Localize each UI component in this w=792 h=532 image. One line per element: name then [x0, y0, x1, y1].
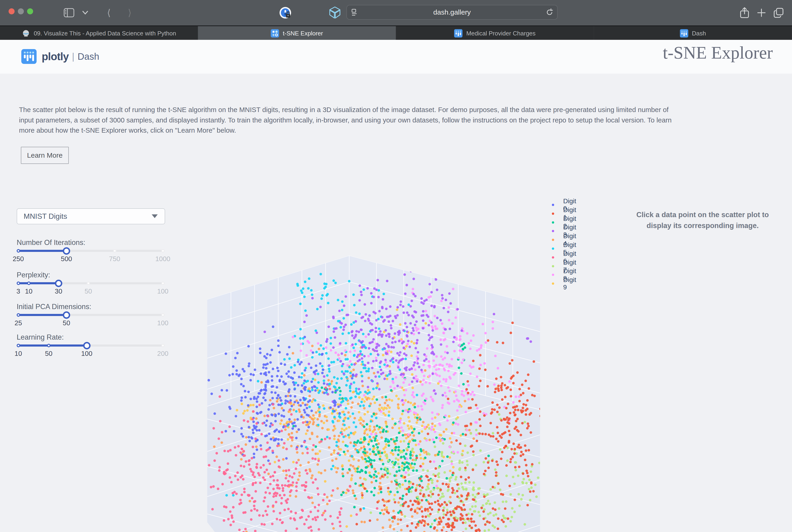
- slider-mark-labels: 1050100200: [18, 350, 163, 359]
- logo-divider: |: [72, 51, 74, 62]
- slider-label: Learning Rate:: [17, 333, 166, 341]
- tab-strip: 09. Visualize This - Applied Data Scienc…: [0, 25, 792, 40]
- slider-mark-label: 10: [15, 350, 22, 358]
- tab-title: Dash: [692, 30, 706, 37]
- slider-mark-dot: [17, 282, 20, 285]
- legend-color-dot: [552, 204, 554, 206]
- slider-mark-label: 100: [157, 319, 168, 327]
- plotly-favicon-icon: [454, 29, 463, 38]
- slider-label: Number Of Iterations:: [17, 239, 166, 247]
- plotly-wordmark: plotly: [42, 50, 69, 63]
- legend-color-dot: [552, 274, 554, 276]
- slider-mark-dot: [47, 344, 51, 347]
- slider-group-3: Initial PCA Dimensions:2550100: [17, 303, 166, 333]
- extensions-cube-icon[interactable]: [326, 0, 343, 25]
- slider-fill: [18, 314, 67, 316]
- slider-rail[interactable]: [18, 344, 163, 346]
- tab-title: 09. Visualize This - Applied Data Scienc…: [34, 30, 176, 37]
- reload-icon[interactable]: [546, 8, 553, 17]
- legend-color-dot: [552, 282, 554, 285]
- slider-rail[interactable]: [18, 250, 163, 252]
- slider-handle[interactable]: [63, 247, 70, 255]
- legend-color-dot: [552, 212, 554, 215]
- slider-mark-label: 50: [63, 319, 70, 327]
- slider-group-2: Perplexity:3103050100: [17, 271, 166, 301]
- slider-mark-dot: [17, 344, 20, 347]
- slider-group-1: Number Of Iterations:2505007501000: [17, 239, 166, 269]
- slider-mark-dot: [161, 344, 165, 347]
- slider-mark-dot: [161, 249, 165, 252]
- page-title: t-SNE Explorer: [663, 43, 773, 63]
- browser-tab-4[interactable]: Dash: [594, 26, 792, 40]
- forward-button[interactable]: ⟩: [123, 0, 137, 25]
- slider-fill: [18, 282, 59, 284]
- slider-mark-label: 250: [13, 255, 24, 263]
- address-bar[interactable]: dash.gallery: [346, 5, 558, 20]
- minimize-window-button[interactable]: [18, 8, 24, 14]
- onepassword-extension-icon[interactable]: [277, 0, 294, 25]
- tab-overview-icon[interactable]: [771, 0, 786, 25]
- slider-mark-label: 50: [45, 350, 52, 358]
- slider-mark-label: 100: [81, 350, 92, 358]
- back-button[interactable]: ⟨: [102, 0, 116, 25]
- slider-group-4: Learning Rate:1050100200: [17, 333, 166, 363]
- tab-title: Medical Provider Charges: [466, 30, 535, 37]
- legend-color-dot: [552, 221, 554, 224]
- slider-fill: [18, 344, 87, 346]
- share-icon[interactable]: [737, 0, 752, 25]
- browser-tab-2[interactable]: t-SNE Explorer: [198, 26, 396, 40]
- browser-toolbar: ⟨ ⟩: [0, 0, 792, 25]
- plotly-logo-icon: [21, 49, 37, 64]
- slider-label: Perplexity:: [17, 271, 166, 279]
- slider-fill: [18, 250, 67, 252]
- slider-rail[interactable]: [18, 282, 163, 284]
- plotly-favicon-icon: [680, 29, 688, 38]
- legend-color-dot: [552, 247, 554, 250]
- plotly-dash-logo[interactable]: plotly | Dash: [21, 49, 99, 64]
- zoom-window-button[interactable]: [27, 8, 33, 14]
- intro-paragraph: The scatter plot below is the result of …: [19, 104, 676, 136]
- slider-mark-dot: [27, 282, 31, 285]
- slider-handle[interactable]: [63, 311, 70, 319]
- close-window-button[interactable]: [8, 8, 15, 14]
- slider-mark-label: 750: [109, 255, 120, 263]
- safari-window: ⟨ ⟩: [0, 0, 792, 532]
- slider-rail[interactable]: [18, 314, 163, 316]
- browser-tab-1[interactable]: 09. Visualize This - Applied Data Scienc…: [0, 26, 198, 40]
- slider-mark-label: 100: [157, 287, 168, 295]
- new-tab-icon[interactable]: [754, 0, 768, 25]
- url-text[interactable]: dash.gallery: [433, 8, 471, 16]
- slider-mark-dot: [113, 249, 116, 252]
- notebook-favicon-icon: [22, 29, 30, 38]
- slider-mark-label: 50: [84, 287, 92, 295]
- slider-mark-labels: 2505007501000: [18, 255, 163, 264]
- slider-mark-dot: [87, 282, 90, 285]
- chevron-down-icon[interactable]: [80, 0, 90, 25]
- slider-mark-dot: [161, 282, 165, 285]
- browser-tab-3[interactable]: Medical Provider Charges: [396, 26, 594, 40]
- legend-color-dot: [552, 256, 554, 259]
- page-settings-icon[interactable]: [351, 8, 359, 17]
- slider-mark-dot: [161, 313, 165, 317]
- chevron-down-icon: [152, 214, 158, 218]
- dataset-dropdown-value: MNIST Digits: [24, 212, 67, 221]
- slider-mark-label: 30: [55, 287, 62, 295]
- slider-mark-label: 500: [61, 255, 72, 263]
- slider-mark-labels: 3103050100: [18, 287, 163, 297]
- slider-mark-label: 3: [16, 287, 20, 295]
- slider-mark-label: 1000: [155, 255, 170, 263]
- dash-gallery-favicon-icon: [271, 29, 279, 38]
- sidebar-icon[interactable]: [62, 0, 76, 25]
- dataset-dropdown[interactable]: MNIST Digits: [17, 208, 165, 224]
- learn-more-button[interactable]: Learn More: [21, 147, 69, 164]
- tsne-3d-scatter-plot[interactable]: [207, 255, 540, 532]
- tab-title: t-SNE Explorer: [283, 30, 323, 37]
- slider-handle[interactable]: [83, 342, 91, 349]
- legend-color-dot: [552, 230, 554, 232]
- slider-label: Initial PCA Dimensions:: [17, 303, 166, 311]
- slider-handle[interactable]: [55, 280, 62, 287]
- slider-mark-labels: 2550100: [18, 319, 163, 328]
- slider-mark-label: 200: [157, 350, 168, 358]
- slider-mark-label: 10: [25, 287, 33, 295]
- legend-item-digit-9[interactable]: Digit 9: [552, 279, 576, 288]
